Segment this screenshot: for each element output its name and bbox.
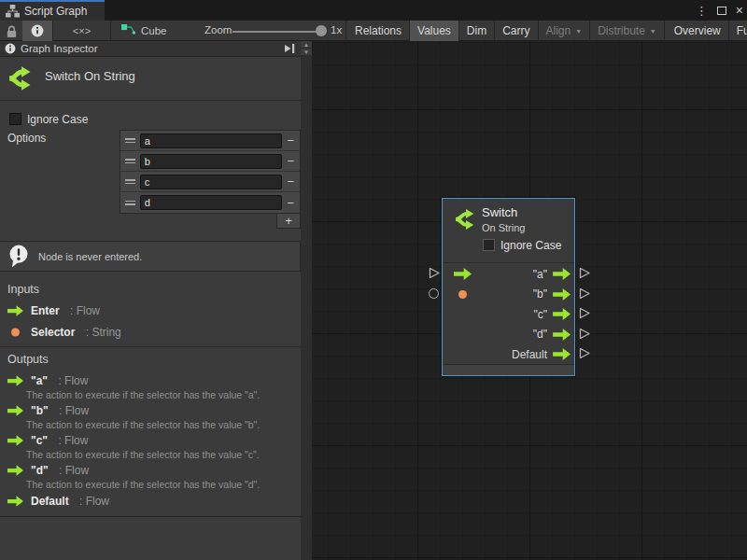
outputs-section-title: Outputs (7, 353, 49, 366)
remove-option-button[interactable]: − (282, 175, 300, 189)
output-port-outer-triangle[interactable] (579, 328, 591, 340)
add-option-button[interactable]: + (276, 213, 301, 229)
ignore-case-checkbox[interactable] (9, 113, 21, 125)
switch-icon (454, 208, 478, 231)
section-divider (0, 516, 301, 517)
selector-port-icon[interactable] (456, 288, 473, 301)
input-row-selector: Selector : String (7, 326, 121, 338)
output-row: Default : Flow (7, 495, 109, 507)
output-port-icon[interactable] (553, 308, 571, 320)
lock-icon (6, 24, 18, 38)
distribute-dropdown[interactable]: Distribute▼ (590, 21, 665, 41)
remove-option-button[interactable]: − (282, 196, 300, 210)
relations-button[interactable]: Relations (347, 21, 410, 41)
remove-option-button[interactable]: − (282, 154, 300, 168)
option-input[interactable] (140, 154, 282, 169)
node-footer (443, 364, 574, 375)
node-ignore-case-checkbox[interactable] (483, 239, 495, 251)
warning-bubble-icon (7, 245, 30, 268)
output-port-outer-triangle[interactable] (579, 287, 591, 300)
option-row: − (120, 151, 300, 172)
visual-scripting-window: Script Graph ⋮ × <×> Cube Zoom 1x Rela (0, 0, 747, 560)
graph-inspector-panel: Graph Inspector Switch On String Ignore … (0, 41, 301, 560)
node-row: "d" (443, 325, 574, 345)
output-port-outer-triangle[interactable] (579, 267, 591, 279)
output-row: "a" : Flow (7, 374, 88, 386)
switch-on-string-node[interactable]: Switch On String Ignore Case "a" "b" "c" (442, 198, 575, 376)
inputs-section-title: Inputs (7, 283, 39, 296)
dim-button[interactable]: Dim (459, 21, 495, 41)
flow-arrow-icon (7, 405, 23, 416)
selector-port-outer-circle[interactable] (429, 288, 439, 299)
ignore-case-label: Ignore Case (27, 113, 88, 126)
info-icon (31, 24, 44, 37)
toolbar-separator (110, 21, 111, 41)
lock-button[interactable] (0, 21, 22, 41)
carry-button[interactable]: Carry (495, 21, 538, 41)
scroll-down-button[interactable]: ▼ (301, 49, 312, 56)
enter-port-icon[interactable] (454, 268, 472, 280)
chevron-down-icon: ▼ (650, 28, 656, 35)
section-divider (0, 346, 301, 347)
script-graph-icon (6, 5, 20, 18)
view-options-group: Relations Values Dim Carry Align▼ Distri… (347, 21, 747, 41)
window-menu-icon[interactable]: ⋮ (696, 5, 708, 17)
close-icon[interactable]: × (736, 4, 743, 17)
flow-arrow-icon (7, 435, 23, 446)
zoom-slider-knob[interactable] (316, 25, 327, 36)
output-description: The action to execute if the selector ha… (26, 419, 260, 430)
code-icon: <×> (73, 25, 91, 36)
node-port-rows: "a" "b" "c" "d" Default (443, 264, 574, 365)
option-input[interactable] (140, 175, 282, 189)
node-row: "b" (443, 285, 574, 305)
drag-handle-icon[interactable] (120, 179, 140, 184)
code-preview-button[interactable]: <×> (53, 21, 110, 41)
flow-arrow-icon (7, 375, 23, 386)
maximize-icon[interactable] (717, 7, 726, 15)
tab-label: Script Graph (24, 5, 87, 18)
output-description: The action to execute if the selector ha… (26, 479, 260, 490)
option-input[interactable] (140, 133, 282, 148)
remove-option-button[interactable]: − (282, 133, 300, 147)
option-input[interactable] (140, 195, 282, 210)
values-button[interactable]: Values (410, 21, 459, 41)
zoom-value: 1x (331, 24, 342, 35)
dock-panel-icon[interactable] (284, 42, 296, 55)
zoom-slider-track[interactable] (233, 31, 318, 33)
inspector-node-title: Switch On String (45, 69, 135, 83)
warning-box: Node is never entered. (0, 241, 301, 272)
drag-handle-icon[interactable] (120, 159, 140, 163)
zoom-label: Zoom (204, 24, 232, 35)
graph-toolbar: <×> Cube Zoom 1x Relations Values Dim Ca… (0, 21, 747, 41)
output-port-icon[interactable] (553, 288, 571, 301)
output-port-icon[interactable] (553, 329, 571, 341)
toolbar-separator (345, 21, 346, 41)
tab-script-graph[interactable]: Script Graph (0, 0, 105, 21)
triangle-up-icon: ▲ (303, 42, 309, 48)
node-row: "c" (443, 304, 574, 325)
node-row: "a" (443, 264, 574, 285)
input-row-enter: Enter : Flow (7, 304, 100, 316)
option-row: − (120, 131, 300, 151)
inspector-title-bar: Graph Inspector (0, 41, 301, 57)
inspector-toggle-button[interactable] (22, 21, 52, 41)
output-port-icon[interactable] (553, 268, 571, 280)
flow-arrow-icon (7, 465, 23, 476)
output-port-icon[interactable] (553, 348, 571, 360)
scroll-up-button[interactable]: ▲ (301, 41, 312, 49)
drag-handle-icon[interactable] (120, 201, 140, 205)
graph-canvas[interactable]: Switch On String Ignore Case "a" "b" "c" (312, 41, 747, 560)
flow-arrow-icon (7, 496, 23, 507)
output-description: The action to execute if the selector ha… (26, 449, 260, 460)
output-port-outer-triangle[interactable] (579, 347, 591, 359)
graph-asset-breadcrumb[interactable]: Cube (121, 21, 187, 41)
node-header: Switch On String Ignore Case (443, 199, 574, 263)
align-dropdown[interactable]: Align▼ (539, 21, 591, 41)
fullscreen-button[interactable]: Full Screen (729, 21, 747, 41)
drag-handle-icon[interactable] (120, 138, 140, 143)
switch-icon (7, 65, 35, 91)
panel-scrollbar-track[interactable]: ▲ ▼ (301, 41, 312, 560)
overview-button[interactable]: Overview (667, 21, 729, 41)
output-port-outer-triangle[interactable] (579, 307, 591, 319)
enter-port-outer-triangle[interactable] (429, 267, 441, 279)
